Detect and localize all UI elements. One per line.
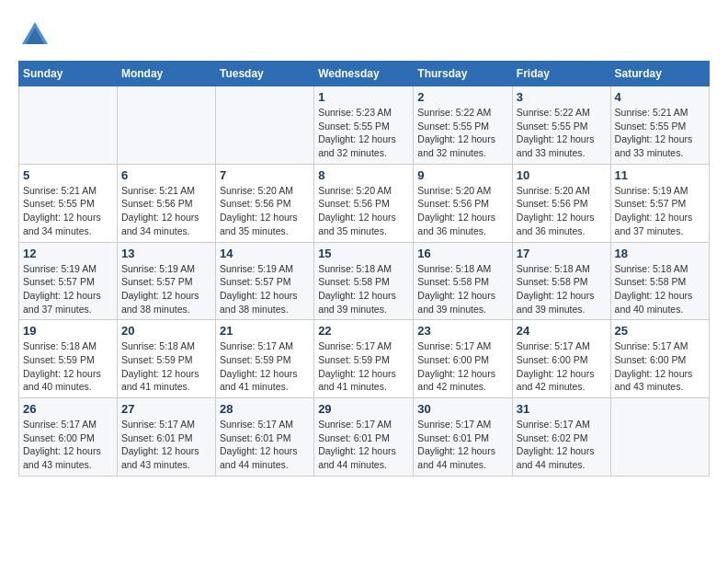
day-info: Sunrise: 5:17 AM Sunset: 6:00 PM Dayligh…: [23, 418, 113, 472]
day-cell: 9Sunrise: 5:20 AM Sunset: 5:56 PM Daylig…: [414, 164, 513, 242]
day-number: 27: [121, 402, 211, 416]
column-header-tuesday: Tuesday: [215, 62, 313, 86]
day-info: Sunrise: 5:21 AM Sunset: 5:55 PM Dayligh…: [23, 184, 113, 238]
day-cell: 22Sunrise: 5:17 AM Sunset: 5:59 PM Dayli…: [314, 320, 414, 398]
day-number: 25: [615, 324, 705, 338]
day-info: Sunrise: 5:18 AM Sunset: 5:58 PM Dayligh…: [318, 262, 409, 316]
day-cell: [215, 86, 313, 165]
day-number: 23: [417, 324, 508, 338]
day-number: 7: [220, 168, 310, 182]
day-cell: 7Sunrise: 5:20 AM Sunset: 5:56 PM Daylig…: [215, 164, 313, 242]
day-number: 31: [517, 402, 607, 416]
week-row-1: 1Sunrise: 5:23 AM Sunset: 5:55 PM Daylig…: [19, 86, 710, 165]
day-info: Sunrise: 5:20 AM Sunset: 5:56 PM Dayligh…: [220, 184, 310, 238]
day-info: Sunrise: 5:17 AM Sunset: 6:02 PM Dayligh…: [517, 418, 607, 472]
day-number: 30: [417, 402, 508, 416]
week-row-5: 26Sunrise: 5:17 AM Sunset: 6:00 PM Dayli…: [19, 398, 710, 477]
day-cell: 15Sunrise: 5:18 AM Sunset: 5:58 PM Dayli…: [314, 242, 414, 320]
day-cell: 5Sunrise: 5:21 AM Sunset: 5:55 PM Daylig…: [19, 164, 118, 242]
day-number: 2: [417, 90, 508, 104]
logo: [18, 18, 57, 52]
day-number: 14: [220, 247, 310, 260]
day-number: 1: [318, 90, 409, 104]
day-cell: 28Sunrise: 5:17 AM Sunset: 6:01 PM Dayli…: [215, 398, 313, 477]
day-info: Sunrise: 5:17 AM Sunset: 6:00 PM Dayligh…: [615, 339, 705, 394]
day-cell: 26Sunrise: 5:17 AM Sunset: 6:00 PM Dayli…: [19, 398, 118, 477]
day-info: Sunrise: 5:17 AM Sunset: 6:00 PM Dayligh…: [517, 339, 607, 394]
week-row-3: 12Sunrise: 5:19 AM Sunset: 5:57 PM Dayli…: [19, 242, 710, 320]
day-number: 15: [318, 247, 409, 260]
day-info: Sunrise: 5:17 AM Sunset: 6:01 PM Dayligh…: [121, 418, 211, 472]
day-info: Sunrise: 5:18 AM Sunset: 5:59 PM Dayligh…: [23, 339, 113, 394]
day-number: 16: [417, 247, 508, 260]
day-number: 19: [23, 324, 113, 338]
day-cell: 16Sunrise: 5:18 AM Sunset: 5:58 PM Dayli…: [414, 242, 513, 320]
day-number: 8: [318, 168, 409, 182]
day-cell: 24Sunrise: 5:17 AM Sunset: 6:00 PM Dayli…: [512, 320, 610, 398]
day-cell: 11Sunrise: 5:19 AM Sunset: 5:57 PM Dayli…: [610, 164, 709, 242]
day-info: Sunrise: 5:18 AM Sunset: 5:58 PM Dayligh…: [417, 262, 508, 316]
day-number: 20: [121, 324, 211, 338]
day-cell: 17Sunrise: 5:18 AM Sunset: 5:58 PM Dayli…: [512, 242, 610, 320]
column-header-saturday: Saturday: [610, 62, 709, 86]
day-info: Sunrise: 5:18 AM Sunset: 5:58 PM Dayligh…: [517, 262, 607, 316]
day-number: 17: [517, 247, 607, 260]
day-cell: 13Sunrise: 5:19 AM Sunset: 5:57 PM Dayli…: [117, 242, 215, 320]
day-cell: 25Sunrise: 5:17 AM Sunset: 6:00 PM Dayli…: [610, 320, 709, 398]
day-info: Sunrise: 5:23 AM Sunset: 5:55 PM Dayligh…: [318, 106, 409, 160]
day-info: Sunrise: 5:19 AM Sunset: 5:57 PM Dayligh…: [615, 184, 705, 238]
day-cell: [610, 398, 709, 477]
day-cell: 14Sunrise: 5:19 AM Sunset: 5:57 PM Dayli…: [215, 242, 313, 320]
day-number: 5: [23, 168, 113, 182]
day-info: Sunrise: 5:20 AM Sunset: 5:56 PM Dayligh…: [517, 184, 607, 238]
day-cell: 27Sunrise: 5:17 AM Sunset: 6:01 PM Dayli…: [117, 398, 215, 477]
day-number: 22: [318, 324, 409, 338]
day-cell: 3Sunrise: 5:22 AM Sunset: 5:55 PM Daylig…: [512, 86, 610, 165]
day-number: 9: [417, 168, 508, 182]
day-cell: 30Sunrise: 5:17 AM Sunset: 6:01 PM Dayli…: [414, 398, 513, 477]
day-cell: 4Sunrise: 5:21 AM Sunset: 5:55 PM Daylig…: [610, 86, 709, 165]
day-info: Sunrise: 5:21 AM Sunset: 5:55 PM Dayligh…: [615, 106, 705, 160]
day-cell: 8Sunrise: 5:20 AM Sunset: 5:56 PM Daylig…: [314, 164, 414, 242]
day-number: 13: [121, 247, 211, 260]
day-number: 21: [220, 324, 310, 338]
day-cell: 23Sunrise: 5:17 AM Sunset: 6:00 PM Dayli…: [414, 320, 513, 398]
column-header-friday: Friday: [512, 62, 610, 86]
day-cell: 18Sunrise: 5:18 AM Sunset: 5:58 PM Dayli…: [610, 242, 709, 320]
day-number: 29: [318, 402, 409, 416]
day-cell: 20Sunrise: 5:18 AM Sunset: 5:59 PM Dayli…: [117, 320, 215, 398]
day-info: Sunrise: 5:17 AM Sunset: 6:01 PM Dayligh…: [417, 418, 508, 472]
day-info: Sunrise: 5:20 AM Sunset: 5:56 PM Dayligh…: [417, 184, 508, 238]
column-header-thursday: Thursday: [414, 62, 513, 86]
day-cell: 2Sunrise: 5:22 AM Sunset: 5:55 PM Daylig…: [414, 86, 513, 165]
week-row-2: 5Sunrise: 5:21 AM Sunset: 5:55 PM Daylig…: [19, 164, 710, 242]
day-info: Sunrise: 5:17 AM Sunset: 5:59 PM Dayligh…: [318, 339, 409, 394]
day-info: Sunrise: 5:17 AM Sunset: 6:00 PM Dayligh…: [417, 339, 508, 394]
day-cell: 21Sunrise: 5:17 AM Sunset: 5:59 PM Dayli…: [215, 320, 313, 398]
day-cell: 19Sunrise: 5:18 AM Sunset: 5:59 PM Dayli…: [19, 320, 118, 398]
day-number: 12: [23, 247, 113, 260]
day-number: 26: [23, 402, 113, 416]
day-info: Sunrise: 5:18 AM Sunset: 5:58 PM Dayligh…: [615, 262, 705, 316]
day-cell: 1Sunrise: 5:23 AM Sunset: 5:55 PM Daylig…: [314, 86, 414, 165]
day-info: Sunrise: 5:18 AM Sunset: 5:59 PM Dayligh…: [121, 339, 211, 394]
column-header-sunday: Sunday: [19, 62, 118, 86]
day-cell: [19, 86, 118, 165]
header-row: SundayMondayTuesdayWednesdayThursdayFrid…: [19, 62, 710, 86]
calendar-table: SundayMondayTuesdayWednesdayThursdayFrid…: [18, 61, 710, 477]
day-info: Sunrise: 5:19 AM Sunset: 5:57 PM Dayligh…: [121, 262, 211, 316]
day-info: Sunrise: 5:19 AM Sunset: 5:57 PM Dayligh…: [220, 262, 310, 316]
day-number: 28: [220, 402, 310, 416]
day-info: Sunrise: 5:22 AM Sunset: 5:55 PM Dayligh…: [417, 106, 508, 160]
day-cell: 12Sunrise: 5:19 AM Sunset: 5:57 PM Dayli…: [19, 242, 118, 320]
day-number: 6: [121, 168, 211, 182]
day-info: Sunrise: 5:17 AM Sunset: 6:01 PM Dayligh…: [318, 418, 409, 472]
day-cell: [117, 86, 215, 165]
calendar-body: 1Sunrise: 5:23 AM Sunset: 5:55 PM Daylig…: [19, 86, 710, 477]
day-cell: 31Sunrise: 5:17 AM Sunset: 6:02 PM Dayli…: [512, 398, 610, 477]
column-header-monday: Monday: [117, 62, 215, 86]
day-info: Sunrise: 5:17 AM Sunset: 5:59 PM Dayligh…: [220, 339, 310, 394]
week-row-4: 19Sunrise: 5:18 AM Sunset: 5:59 PM Dayli…: [19, 320, 710, 398]
calendar-header: SundayMondayTuesdayWednesdayThursdayFrid…: [19, 62, 710, 86]
day-number: 3: [517, 90, 607, 104]
